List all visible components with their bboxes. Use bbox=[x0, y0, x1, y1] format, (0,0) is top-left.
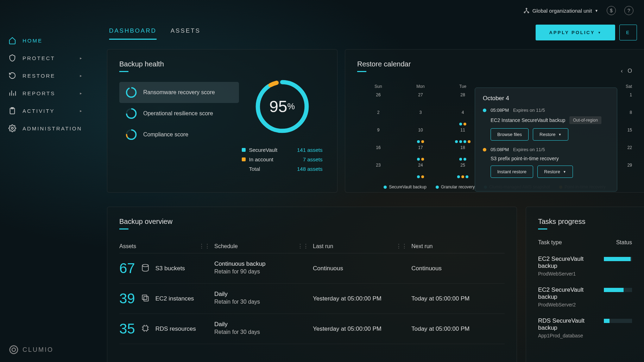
cal-day[interactable]: 17 bbox=[399, 145, 442, 159]
sidebar-label: RESTORE bbox=[23, 73, 55, 79]
svg-point-0 bbox=[526, 8, 527, 9]
chevron-right-icon: ▸ bbox=[80, 56, 83, 60]
apply-policy-button[interactable]: APPLY POLICY ▼ bbox=[536, 25, 615, 40]
legend-label: Granular recovery bbox=[441, 185, 475, 189]
gear-icon bbox=[8, 124, 16, 132]
chevron-right-icon: ▸ bbox=[80, 109, 83, 113]
cal-dot bbox=[463, 158, 466, 161]
restore-dropdown-button[interactable]: Restore ▼ bbox=[537, 166, 573, 178]
asset-type-label: S3 buckets bbox=[156, 265, 185, 272]
score-operational[interactable]: Operational resilience score bbox=[119, 103, 239, 124]
task-row[interactable]: RDS SecureVault backup App1Prod_database bbox=[538, 312, 632, 343]
svg-point-4 bbox=[11, 127, 13, 129]
backup-overview-card: Backup overview Assets⋮⋮ Schedule⋮⋮ Last… bbox=[107, 207, 517, 362]
mini-gauge-icon bbox=[126, 129, 137, 140]
cal-prev-icon[interactable]: ‹ bbox=[621, 68, 623, 74]
chevron-down-icon: ▼ bbox=[563, 170, 566, 174]
gauge-pct-mark: % bbox=[287, 102, 295, 111]
asset-count: 67 bbox=[119, 260, 135, 276]
svg-point-2 bbox=[528, 12, 529, 13]
score-ransomware[interactable]: Ransomware recovery score bbox=[119, 82, 239, 103]
progress-bar bbox=[604, 288, 632, 292]
schedule-main: Daily bbox=[214, 291, 313, 298]
sidebar-item-restore[interactable]: RESTORE ▸ bbox=[0, 67, 91, 84]
billing-icon[interactable]: $ bbox=[607, 6, 616, 15]
card-title: Backup overview bbox=[119, 218, 505, 226]
col-header: Task type bbox=[538, 239, 562, 246]
cal-day[interactable]: 24 bbox=[399, 163, 442, 177]
cal-dot bbox=[421, 175, 424, 178]
help-icon[interactable]: ? bbox=[624, 6, 633, 15]
region-badge: Out-of-region bbox=[569, 116, 601, 124]
col-header: Schedule bbox=[214, 243, 238, 250]
restore-calendar-card: Restore calendar ‹ O Sun Mon Tue Sat 262… bbox=[345, 49, 644, 193]
legend-value: 141 assets bbox=[297, 147, 323, 153]
title-underline bbox=[538, 228, 547, 230]
sidebar-item-home[interactable]: HOME bbox=[0, 32, 91, 49]
restore-dropdown-button[interactable]: Restore ▼ bbox=[533, 128, 568, 141]
chevron-down-icon: ▼ bbox=[595, 9, 598, 13]
bar-chart-icon bbox=[8, 89, 16, 97]
drag-handle-icon[interactable]: ⋮⋮ bbox=[297, 243, 309, 250]
score-compliance[interactable]: Compliance score bbox=[119, 124, 239, 145]
browse-files-button[interactable]: Browse files bbox=[491, 128, 529, 141]
cal-day[interactable]: 3 bbox=[399, 110, 442, 124]
svg-rect-17 bbox=[142, 295, 147, 299]
svg-rect-18 bbox=[144, 296, 148, 301]
sidebar-item-protect[interactable]: PROTECT ▸ bbox=[0, 49, 91, 67]
task-name: EC2 SecureVault backup bbox=[538, 256, 604, 270]
cal-day[interactable]: 26 bbox=[357, 92, 399, 106]
cal-day[interactable]: 10 bbox=[399, 128, 442, 142]
sidebar-label: HOME bbox=[23, 38, 43, 44]
cal-day[interactable]: 9 bbox=[357, 128, 399, 142]
cal-day[interactable]: 2 bbox=[357, 110, 399, 124]
cal-day[interactable]: 27 bbox=[399, 92, 442, 106]
legend-dot bbox=[242, 157, 246, 161]
task-row[interactable]: EC2 SecureVault backup ProdWebServer1 bbox=[538, 251, 632, 282]
asset-count: 35 bbox=[119, 321, 135, 337]
title-underline bbox=[357, 71, 366, 72]
overview-row[interactable]: 35 RDS resources Daily Retain for 30 day… bbox=[119, 314, 505, 344]
card-title: Tasks progress bbox=[538, 218, 632, 226]
org-unit-label: Global organizational unit bbox=[532, 8, 592, 14]
asset-type-label: EC2 instances bbox=[156, 295, 194, 302]
sidebar-item-reports[interactable]: REPORTS ▸ bbox=[0, 84, 91, 102]
secondary-action-button[interactable]: E bbox=[619, 25, 637, 40]
instant-restore-button[interactable]: Instant restore bbox=[491, 166, 533, 178]
sidebar-item-activity[interactable]: ACTIVITY ▸ bbox=[0, 102, 91, 119]
cal-day[interactable]: 16 bbox=[357, 145, 399, 159]
logo-text: CLUMIO bbox=[23, 346, 53, 354]
sidebar-item-admin[interactable]: ADMINISTRATION bbox=[0, 119, 91, 137]
cal-day[interactable]: 23 bbox=[357, 163, 399, 177]
overview-row[interactable]: 39 EC2 instances Daily Retain for 30 day… bbox=[119, 284, 505, 314]
task-row[interactable]: EC2 SecureVault backup ProdWebServer2 bbox=[538, 282, 632, 312]
mini-gauge-icon bbox=[126, 87, 137, 98]
chevron-right-icon: ▸ bbox=[80, 91, 83, 96]
status-dot bbox=[483, 148, 486, 151]
apply-policy-label: APPLY POLICY bbox=[549, 30, 595, 35]
next-run: Continuous bbox=[411, 260, 505, 276]
asset-type-icon bbox=[141, 324, 150, 334]
tab-dashboard[interactable]: DASHBOARD bbox=[109, 27, 157, 40]
tab-assets[interactable]: ASSETS bbox=[171, 27, 201, 40]
drag-handle-icon[interactable]: ⋮⋮ bbox=[199, 243, 210, 250]
col-header: Assets bbox=[119, 243, 136, 250]
expiry-label: Expires on 11/5 bbox=[513, 108, 545, 113]
restore-desc: EC2 Instance SecureVault backup bbox=[491, 117, 565, 123]
legend-name: SecureVault bbox=[249, 147, 297, 153]
svg-point-5 bbox=[10, 346, 18, 354]
sidebar-label: ADMINISTRATION bbox=[23, 125, 82, 131]
overview-row[interactable]: 67 S3 buckets Continuous backup Retain f… bbox=[119, 253, 505, 284]
cal-dow: Mon bbox=[399, 84, 442, 89]
legend-label: SecureVault backup bbox=[389, 185, 427, 189]
clipboard-icon bbox=[8, 107, 16, 115]
svg-rect-19 bbox=[143, 326, 147, 330]
legend-dot bbox=[384, 186, 387, 189]
chevron-down-icon: ▼ bbox=[598, 31, 602, 34]
drag-handle-icon[interactable]: ⋮⋮ bbox=[396, 243, 407, 250]
tasks-progress-card: Tasks progress Task type Status EC2 Secu… bbox=[526, 207, 644, 362]
progress-bar bbox=[604, 257, 632, 261]
progress-bar bbox=[604, 319, 632, 323]
cal-dot bbox=[421, 158, 424, 161]
org-unit-selector[interactable]: Global organizational unit ▼ bbox=[523, 7, 598, 14]
